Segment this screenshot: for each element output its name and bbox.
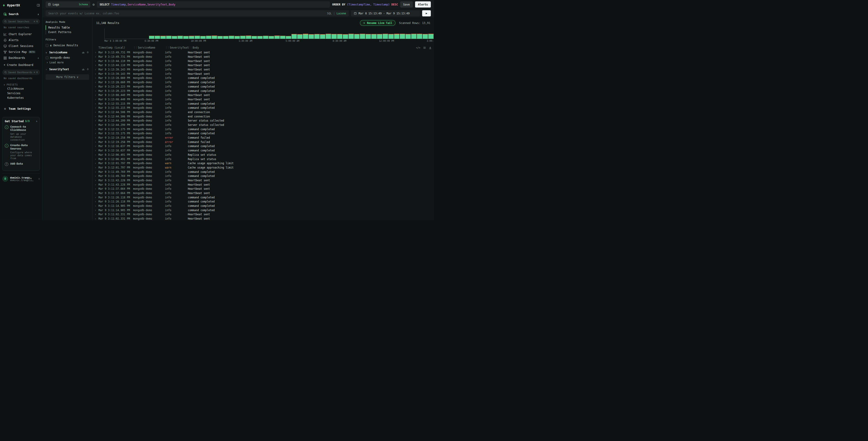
log-row[interactable]: ›Mar 9 3:12:33.175 PMmongodb-demoinfocom… [93, 127, 434, 131]
log-row[interactable]: ›Mar 9 3:11:49.769 PMmongodb-demoinfocom… [93, 174, 434, 178]
histogram-bar[interactable] [166, 36, 172, 39]
histogram-bar[interactable] [411, 34, 416, 39]
log-row[interactable]: ›Mar 9 3:13:28.660 PMmongodb-demoinfocom… [93, 76, 434, 80]
saved-dashboards-field[interactable] [8, 71, 32, 74]
mode-sql[interactable]: SQL [327, 12, 332, 15]
row-lines-icon[interactable] [423, 46, 426, 49]
expand-row-icon[interactable]: › [93, 93, 98, 97]
pin-icon[interactable] [86, 51, 89, 54]
get-started-item[interactable]: ✓Connect to ClickHouseSet up your databa… [5, 125, 37, 141]
expand-row-icon[interactable]: › [93, 128, 98, 131]
mode-event-patterns[interactable]: Event Patterns [45, 30, 89, 34]
log-row[interactable]: ›Mar 9 3:13:39.143 PMmongodb-demoinfoHea… [93, 71, 434, 76]
expand-row-icon[interactable]: › [93, 89, 98, 93]
histogram-bar[interactable] [343, 34, 348, 39]
histogram-bar[interactable] [149, 36, 154, 39]
histogram-bar[interactable] [383, 34, 388, 39]
expand-row-icon[interactable]: › [93, 81, 98, 84]
expand-row-icon[interactable]: › [93, 166, 98, 169]
histogram-bar[interactable] [189, 36, 194, 39]
histogram-bar[interactable] [195, 36, 200, 39]
log-row[interactable]: ›Mar 9 3:11:26.118 PMmongodb-demoinfocom… [93, 195, 434, 200]
histogram-bar[interactable] [428, 34, 434, 39]
column-header-severitytext[interactable]: ⋮⋮SeverityText [165, 46, 188, 49]
histogram-bar[interactable] [217, 36, 223, 39]
alerts-button[interactable]: Alerts [415, 1, 431, 7]
histogram-bar[interactable] [332, 34, 337, 39]
histogram-bar[interactable] [160, 36, 166, 39]
log-row[interactable]: ›Mar 9 3:11:26.118 PMmongodb-demoinfocom… [93, 200, 434, 204]
expand-row-icon[interactable]: › [93, 141, 98, 144]
histogram-bar[interactable] [394, 34, 399, 39]
source-settings-gear-icon[interactable]: ⚙ [93, 2, 95, 7]
expand-row-icon[interactable]: › [93, 174, 98, 178]
expand-row-icon[interactable]: › [93, 55, 98, 58]
histogram-bar[interactable] [246, 36, 251, 39]
drag-handle-icon[interactable]: ⋮⋮ [165, 46, 169, 49]
denoise-results-checkbox[interactable]: ◐ Denoise Results [45, 43, 89, 48]
expand-row-icon[interactable]: › [93, 136, 98, 139]
expand-row-icon[interactable]: › [93, 102, 98, 105]
expand-row-icon[interactable]: › [93, 106, 98, 110]
column-header-timestamp[interactable]: Timestamp (Local) [98, 46, 133, 49]
expand-row-icon[interactable]: › [93, 51, 98, 54]
expand-row-icon[interactable]: › [93, 183, 98, 186]
expand-row-icon[interactable]: › [93, 187, 98, 190]
schema-link[interactable]: Schema [79, 3, 88, 6]
sidebar-item-search[interactable]: Search ∧ [2, 11, 40, 17]
preset-kubernetes[interactable]: Kubernetes [2, 95, 40, 100]
expand-row-icon[interactable]: › [93, 85, 98, 88]
log-row[interactable]: ›Mar 9 3:12:44.299 PMmongodb-demoinfoSer… [93, 123, 434, 127]
histogram-bar[interactable] [337, 34, 342, 39]
histogram-bar[interactable] [172, 36, 177, 39]
histogram-bar[interactable] [400, 34, 405, 39]
histogram-bar[interactable] [314, 34, 319, 39]
histogram-bar[interactable] [303, 34, 308, 39]
column-header-body[interactable]: ⋮⋮Body [188, 46, 410, 49]
expand-row-icon[interactable]: › [93, 60, 98, 63]
histogram-bar[interactable] [360, 34, 365, 39]
filter-group-servicename[interactable]: ∨ServiceName [45, 50, 89, 55]
sidebar-item-team-settings[interactable]: ⚙ Team Settings [2, 106, 40, 112]
expand-row-icon[interactable]: › [93, 72, 98, 76]
drag-handle-icon[interactable]: ⋮⋮ [133, 46, 137, 49]
drag-handle-icon[interactable]: ⋮⋮ [188, 46, 192, 49]
expand-row-icon[interactable]: › [93, 157, 98, 161]
checkbox[interactable] [45, 44, 49, 47]
log-row[interactable]: ›Mar 9 3:12:44.506 PMmongodb-demoinfoend… [93, 110, 434, 115]
log-row[interactable]: ›Mar 9 3:12:55.215 PMmongodb-demoinfocom… [93, 106, 434, 110]
histogram-bar[interactable] [354, 34, 360, 39]
histogram-bar[interactable] [229, 36, 234, 39]
histogram-bar[interactable] [348, 34, 354, 39]
expand-row-icon[interactable]: › [93, 217, 98, 220]
histogram-bar[interactable] [297, 34, 303, 39]
log-row[interactable]: ›Mar 9 3:12:16.637 PMmongodb-demoinfocom… [93, 144, 434, 148]
expand-row-icon[interactable]: › [93, 153, 98, 156]
histogram-bar[interactable] [235, 36, 240, 39]
expand-row-icon[interactable]: › [93, 64, 98, 67]
sidebar-item-service-map[interactable]: Service MapBETA [2, 49, 40, 55]
histogram-bar[interactable] [366, 34, 371, 39]
mode-results-table[interactable]: Results Table [45, 25, 89, 30]
get-started-item[interactable]: ?Add Data [5, 162, 37, 166]
expand-row-icon[interactable]: › [93, 149, 98, 152]
expand-row-icon[interactable]: › [93, 162, 98, 165]
log-row[interactable]: ›Mar 9 3:11:37.664 PMmongodb-demoinfoHea… [93, 191, 434, 196]
log-row[interactable]: ›Mar 9 3:13:28.660 PMmongodb-demoinfocom… [93, 80, 434, 85]
saved-searches-field[interactable] [8, 20, 32, 23]
histogram-bar[interactable] [257, 36, 262, 39]
create-dashboard-button[interactable]: + Create Dashboard [2, 62, 40, 68]
event-search-input[interactable] [48, 12, 327, 15]
log-row[interactable]: ›Mar 9 3:12:55.215 PMmongodb-demoinfocom… [93, 101, 434, 106]
histogram-bar[interactable] [223, 36, 228, 39]
log-row[interactable]: ›Mar 9 3:12:44.506 PMmongodb-demoinfoend… [93, 114, 434, 119]
log-row[interactable]: ›Mar 9 3:13:08.440 PMmongodb-demoinfoHea… [93, 93, 434, 97]
column-header-servicename[interactable]: ⋮⋮ServiceName [133, 46, 165, 49]
resume-live-tail-button[interactable]: Resume Live Tail [360, 20, 396, 26]
filter-option-mongodb-demo[interactable]: mongodb-demo [45, 55, 89, 60]
log-row[interactable]: ›Mar 9 3:12:01.797 PMmongodb-demowarnCac… [93, 166, 434, 170]
expand-row-icon[interactable]: › [93, 213, 98, 216]
get-started-header[interactable]: Get Started 3/3 ∧ [5, 119, 37, 123]
load-more-button[interactable]: ›Load more [45, 60, 89, 65]
histogram-bar[interactable] [263, 36, 268, 39]
